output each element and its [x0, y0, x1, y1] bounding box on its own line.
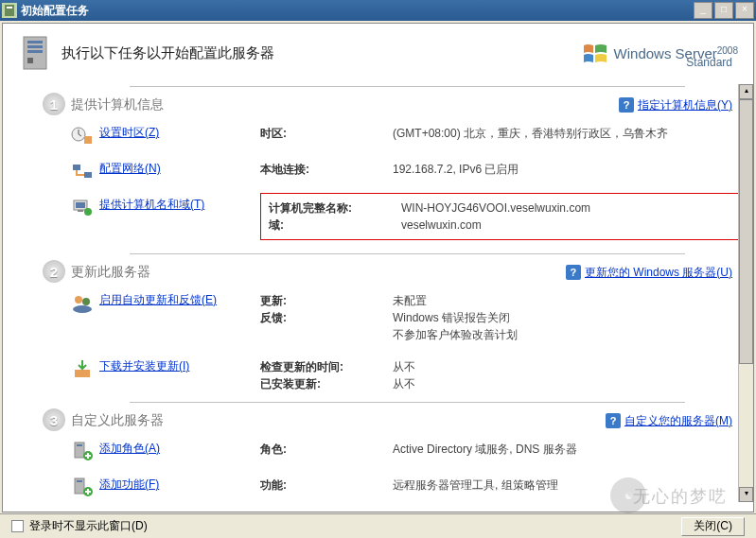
titlebar: 初始配置任务 _ □ ×	[0, 0, 756, 21]
help-link-customize[interactable]: 自定义您的服务器(M)	[624, 413, 732, 429]
network-label: 本地连接:	[260, 161, 393, 182]
app-icon	[2, 3, 17, 18]
svg-point-15	[75, 296, 82, 304]
svg-rect-23	[77, 480, 82, 482]
maximize-button[interactable]: □	[714, 2, 733, 19]
computer-labels: 计算机完整名称: 域:	[269, 200, 401, 234]
clock-icon	[71, 125, 94, 146]
network-icon	[71, 161, 94, 182]
update-values: 未配置 Windows 错误报告关闭 不参加客户体验改善计划	[393, 292, 744, 343]
brand-edition: Standard	[686, 56, 732, 69]
scroll-up-button[interactable]: ▴	[739, 84, 753, 99]
titlebar-text: 初始配置任务	[21, 3, 694, 19]
svg-point-16	[82, 298, 90, 305]
help-link-computer-info[interactable]: 指定计算机信息(Y)	[638, 97, 732, 113]
add-features-link[interactable]: 添加功能(F)	[99, 477, 159, 493]
help-icon: ?	[619, 97, 634, 113]
minimize-button[interactable]: _	[694, 2, 712, 19]
svg-rect-10	[84, 172, 92, 178]
features-value: 远程服务器管理工具, 组策略管理	[393, 477, 744, 497]
timezone-label: 时区:	[260, 125, 393, 146]
divider	[130, 402, 685, 403]
timezone-value: (GMT+08:00) 北京，重庆，香港特别行政区，乌鲁木齐	[393, 125, 744, 146]
help-icon: ?	[566, 265, 581, 280]
server-tower-icon	[18, 33, 52, 73]
step-number-2: 2	[43, 260, 65, 283]
roles-value: Active Directory 域服务, DNS 服务器	[393, 441, 744, 461]
download-updates-link[interactable]: 下载并安装更新(I)	[99, 358, 189, 374]
set-timezone-link[interactable]: 设置时区(Z)	[99, 125, 159, 141]
help-icon: ?	[606, 413, 621, 428]
computer-values: WIN-HOYJG46VOOI.veselwuxin.com veselwuxi…	[401, 200, 735, 234]
svg-rect-18	[75, 370, 90, 377]
svg-rect-12	[76, 202, 85, 208]
divider	[130, 86, 685, 87]
features-label: 功能:	[260, 477, 393, 497]
computer-name-link[interactable]: 提供计算机名和域(T)	[99, 197, 204, 213]
task-auto-update: 启用自动更新和反馈(E) 更新: 反馈: 未配置 Windows 错误报告关闭 …	[71, 285, 744, 351]
svg-rect-8	[84, 136, 92, 144]
section-title: 自定义此服务器	[71, 412, 164, 429]
svg-rect-3	[27, 41, 43, 43]
svg-rect-9	[73, 165, 80, 170]
header: 执行以下任务以开始配置此服务器 Windows Server2008 Stand…	[3, 24, 753, 84]
section-title: 提供计算机信息	[71, 96, 164, 113]
help-link-update[interactable]: 更新您的 Windows 服务器(U)	[585, 265, 732, 281]
svg-rect-4	[27, 45, 43, 48]
content-panel: 执行以下任务以开始配置此服务器 Windows Server2008 Stand…	[2, 23, 754, 512]
computer-icon	[71, 197, 94, 217]
svg-rect-20	[77, 444, 82, 446]
download-values: 从不 从不	[393, 358, 744, 392]
section-update-server: 2 更新此服务器 ? 更新您的 Windows 服务器(U) 启用自动更新和反馈…	[12, 253, 744, 400]
svg-rect-13	[78, 210, 83, 212]
download-icon	[71, 358, 94, 379]
task-computer-name: 提供计算机名和域(T) 计算机完整名称: 域: WIN-HOYJG46VOOI.…	[71, 189, 744, 252]
highlight-box: 计算机完整名称: 域: WIN-HOYJG46VOOI.veselwuxin.c…	[260, 193, 744, 240]
vertical-scrollbar[interactable]: ▴ ▾	[738, 84, 753, 502]
task-download-updates: 下载并安装更新(I) 检查更新的时间: 已安装更新: 从不 从不	[71, 351, 744, 400]
section-computer-info: 1 提供计算机信息 ? 指定计算机信息(Y) 设置时区(Z) 时区: (GMT+…	[12, 86, 744, 252]
auto-update-link[interactable]: 启用自动更新和反馈(E)	[99, 292, 217, 308]
scroll-down-button[interactable]: ▾	[739, 487, 753, 502]
dont-show-label: 登录时不显示此窗口(D)	[29, 518, 148, 534]
server-add-icon	[71, 441, 94, 461]
task-add-roles: 添加角色(A) 角色: Active Directory 域服务, DNS 服务…	[71, 433, 744, 469]
close-window-button[interactable]: ×	[735, 2, 754, 19]
bottom-bar: 登录时不显示此窗口(D) 关闭(C)	[0, 513, 756, 538]
configure-network-link[interactable]: 配置网络(N)	[99, 161, 161, 177]
task-network: 配置网络(N) 本地连接: 192.168.7.2, IPv6 已启用	[71, 153, 744, 189]
section-title: 更新此服务器	[71, 264, 150, 281]
step-number-1: 1	[43, 93, 65, 115]
svg-point-17	[73, 305, 92, 313]
svg-rect-1	[7, 7, 12, 9]
roles-label: 角色:	[260, 441, 393, 461]
close-button[interactable]: 关闭(C)	[681, 517, 745, 536]
step-number-3: 3	[43, 408, 65, 431]
header-text: 执行以下任务以开始配置此服务器	[62, 44, 582, 62]
update-labels: 更新: 反馈:	[260, 292, 393, 343]
task-add-features: 添加功能(F) 功能: 远程服务器管理工具, 组策略管理	[71, 469, 744, 502]
server-feature-icon	[71, 477, 94, 497]
section-customize: 3 自定义此服务器 ? 自定义您的服务器(M) 添加角色(A) 角色: Acti…	[12, 402, 744, 502]
outer-frame: 执行以下任务以开始配置此服务器 Windows Server2008 Stand…	[0, 21, 756, 538]
scroll-thumb[interactable]	[739, 99, 753, 364]
svg-rect-5	[27, 50, 43, 53]
svg-point-14	[84, 208, 92, 216]
network-value: 192.168.7.2, IPv6 已启用	[393, 161, 744, 182]
windows-flag-icon	[582, 42, 608, 64]
divider	[130, 253, 685, 254]
svg-rect-6	[27, 58, 33, 63]
scroll-area: 1 提供计算机信息 ? 指定计算机信息(Y) 设置时区(Z) 时区: (GMT+…	[3, 84, 753, 502]
download-labels: 检查更新的时间: 已安装更新:	[260, 358, 393, 392]
task-timezone: 设置时区(Z) 时区: (GMT+08:00) 北京，重庆，香港特别行政区，乌鲁…	[71, 117, 744, 153]
svg-rect-0	[5, 5, 14, 16]
dont-show-checkbox[interactable]	[11, 520, 24, 532]
add-roles-link[interactable]: 添加角色(A)	[99, 441, 160, 457]
users-icon	[71, 292, 94, 313]
